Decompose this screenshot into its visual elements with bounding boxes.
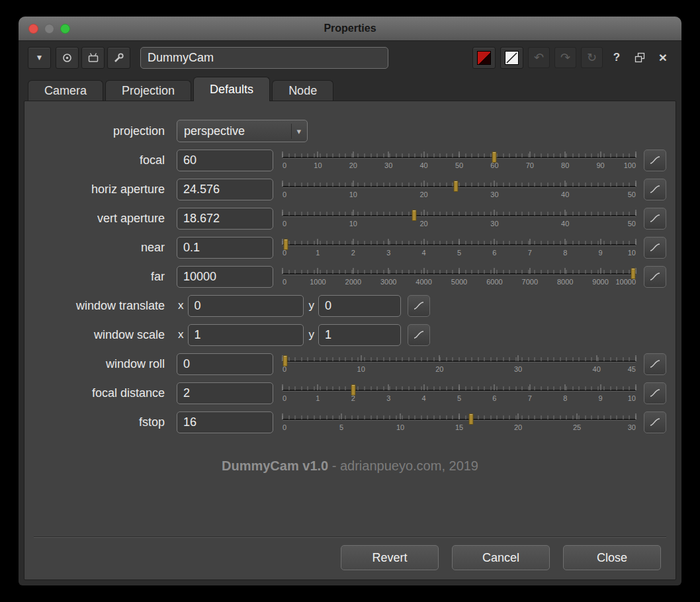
undo-button[interactable]: ↶	[528, 47, 550, 68]
slider-tick-label: 20	[514, 423, 522, 431]
vert-aperture-slider[interactable]: 01020304050	[283, 205, 636, 232]
focal-curve-button[interactable]	[644, 150, 666, 171]
float-window-button[interactable]	[631, 47, 649, 68]
slider-minor-tick	[288, 241, 289, 245]
slider-major-tick	[565, 181, 566, 187]
near-slider[interactable]: 012345678910	[283, 234, 636, 261]
slider-minor-tick	[371, 270, 371, 274]
focal-distance-slider[interactable]: 012345678910	[283, 380, 636, 406]
window-scale-y-input[interactable]	[318, 324, 401, 346]
node-name-input[interactable]	[140, 47, 388, 69]
slider-handle[interactable]	[283, 355, 287, 366]
horiz-aperture-curve-button[interactable]	[644, 179, 666, 200]
window-translate-x-input[interactable]	[188, 295, 304, 317]
traffic-light-zoom[interactable]	[60, 24, 70, 34]
slider-minor-tick	[421, 212, 421, 216]
window-roll-curve-button[interactable]	[644, 353, 666, 375]
fstop-input[interactable]	[177, 411, 273, 433]
slider-major-tick	[361, 355, 361, 361]
projection-dropdown[interactable]: perspective ▾	[177, 120, 308, 142]
window-roll-input[interactable]	[177, 353, 273, 375]
traffic-light-close[interactable]	[28, 24, 38, 34]
node-color-button[interactable]	[472, 47, 496, 69]
slider-minor-tick	[427, 212, 428, 216]
slider-handle[interactable]	[412, 210, 417, 221]
slider-minor-tick	[314, 357, 314, 361]
far-input[interactable]	[177, 266, 273, 288]
revert-button[interactable]: Revert	[341, 545, 439, 570]
cancel-button[interactable]: Cancel	[452, 545, 550, 570]
slider-minor-tick	[415, 415, 416, 419]
window-roll-slider[interactable]: 01020304045	[283, 351, 636, 377]
credit-name: DummyCam v1.0	[222, 458, 328, 473]
vert-aperture-curve-button[interactable]	[644, 208, 666, 230]
monitor-output-button[interactable]	[81, 47, 105, 69]
near-input[interactable]	[177, 237, 273, 259]
node-settings-button[interactable]	[107, 47, 130, 69]
slider-minor-tick	[522, 357, 523, 361]
tab-camera[interactable]: Camera	[28, 80, 103, 101]
slider-minor-tick	[301, 415, 302, 419]
slider-minor-tick	[314, 241, 314, 245]
fstop-slider[interactable]: 051015202530	[283, 409, 636, 435]
traffic-light-minimize[interactable]	[44, 24, 54, 34]
window-scale-curve-button[interactable]	[408, 324, 430, 346]
far-slider[interactable]: 0100020003000400050006000700080009000100…	[283, 263, 636, 290]
close-button[interactable]: Close	[563, 545, 661, 570]
slider-minor-tick	[566, 270, 567, 274]
slider-handle[interactable]	[631, 268, 636, 279]
node-menu-button[interactable]: ▼	[28, 47, 51, 69]
slider-minor-tick	[383, 386, 384, 390]
fstop-curve-button[interactable]	[644, 411, 666, 433]
center-viewer-button[interactable]	[56, 47, 79, 69]
tab-projection[interactable]: Projection	[105, 80, 191, 101]
slider-minor-tick	[396, 212, 396, 216]
slider-minor-tick	[541, 415, 541, 419]
far-curve-button[interactable]	[644, 266, 666, 288]
slider-tick-label: 7	[528, 394, 532, 402]
slider-major-tick	[283, 181, 283, 187]
horiz-aperture-input[interactable]	[177, 179, 273, 200]
curve-icon	[649, 184, 661, 194]
focal-distance-curve-button[interactable]	[644, 382, 666, 404]
slider-handle[interactable]	[492, 151, 497, 163]
slider-minor-tick	[503, 153, 503, 157]
slider-minor-tick	[547, 357, 548, 361]
help-button[interactable]: ?	[607, 47, 626, 68]
window-translate-y-input[interactable]	[318, 295, 401, 317]
slider-minor-tick	[345, 212, 346, 216]
vert-aperture-input[interactable]	[177, 208, 273, 230]
slider-minor-tick	[509, 357, 510, 361]
properties-toolbar: ▼	[19, 41, 681, 74]
slider-tick-label: 50	[455, 161, 463, 169]
focal-input[interactable]	[177, 150, 273, 171]
slider-minor-tick	[415, 153, 416, 157]
slider-minor-tick	[623, 415, 623, 419]
slider-handle[interactable]	[468, 413, 473, 425]
slider-major-tick	[283, 151, 283, 157]
slider-minor-tick	[522, 153, 523, 157]
slider-tick-label: 90	[596, 161, 604, 169]
slider-minor-tick	[472, 241, 472, 245]
focal-slider[interactable]: 0102030405060708090100	[283, 147, 636, 173]
slider-tick-label: 30	[490, 191, 498, 198]
slider-handle[interactable]	[454, 181, 459, 192]
redo-button[interactable]: ↷	[554, 47, 576, 68]
slider-handle[interactable]	[284, 239, 288, 250]
slider-tick-label: 50	[628, 220, 636, 228]
tab-defaults[interactable]: Defaults	[193, 77, 270, 101]
horiz-aperture-slider[interactable]: 01020304050	[283, 176, 636, 202]
near-curve-button[interactable]	[644, 237, 666, 259]
slider-handle[interactable]	[351, 384, 355, 396]
focal-distance-input[interactable]	[177, 382, 273, 404]
slider-tick-label: 30	[490, 220, 498, 228]
slider-minor-tick	[402, 357, 403, 361]
close-panel-button[interactable]: ×	[654, 47, 672, 68]
revert-knobs-button[interactable]: ↻	[581, 47, 603, 68]
window-scale-x-input[interactable]	[188, 324, 304, 346]
window-translate-curve-button[interactable]	[408, 295, 430, 317]
slider-minor-tick	[610, 183, 611, 187]
gl-color-button[interactable]	[500, 47, 523, 69]
slider-minor-tick	[377, 386, 378, 390]
tab-node[interactable]: Node	[272, 80, 333, 101]
